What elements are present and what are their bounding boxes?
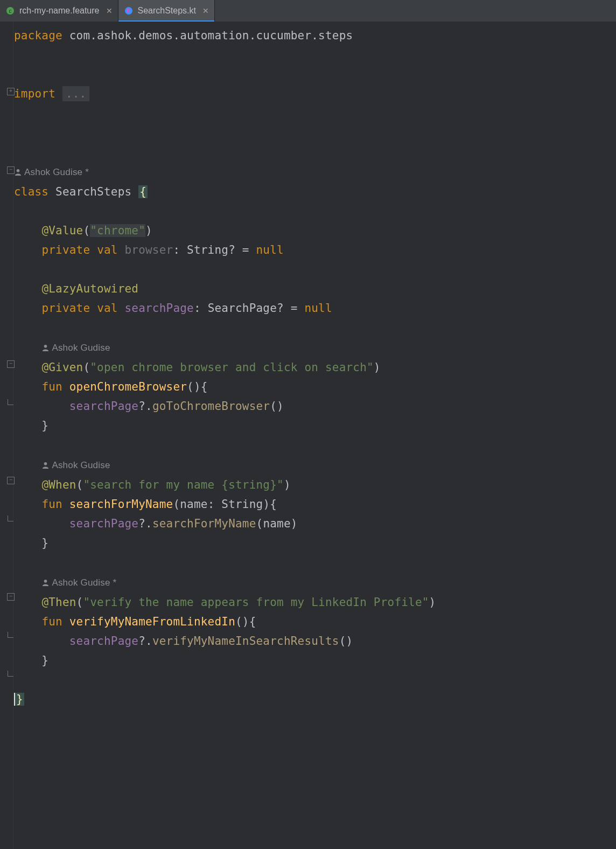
method-verifymynameinsearchresults: verifyMyNameInSearchResults — [152, 635, 339, 648]
keyword-import: import — [14, 87, 55, 100]
annotation-then: @Then — [41, 596, 76, 609]
arg-name: name — [263, 517, 290, 530]
string-literal: "search for my name {string}" — [83, 478, 283, 491]
svg-point-6 — [44, 580, 47, 583]
tab-label: rch-my-name.feature — [19, 6, 100, 16]
folded-imports[interactable]: ... — [62, 86, 90, 101]
fold-icon[interactable] — [7, 166, 15, 174]
keyword-fun: fun — [41, 615, 62, 628]
svg-text:c: c — [9, 8, 12, 14]
fold-end-icon — [8, 516, 13, 521]
method-searchformyname: searchForMyName — [152, 517, 256, 530]
keyword-class: class — [14, 185, 48, 198]
string-literal: "chrome" — [90, 224, 145, 237]
close-icon[interactable]: ✕ — [202, 6, 209, 15]
param-name: name — [180, 498, 207, 511]
brace-highlight: { — [138, 185, 148, 198]
ref-searchpage: searchPage — [69, 400, 138, 413]
type-string: String — [221, 498, 263, 511]
keyword-val: val — [97, 243, 118, 256]
field-searchpage: searchPage — [125, 302, 194, 315]
kotlin-icon — [124, 6, 134, 16]
author-hint: Ashok Gudise * — [14, 167, 89, 177]
field-browser: browser — [125, 243, 173, 256]
function-searchformyname: searchForMyName — [69, 498, 173, 511]
code-area[interactable]: package com.ashok.demos.automation.cucum… — [14, 26, 616, 709]
svg-point-4 — [44, 345, 47, 348]
person-icon — [14, 168, 22, 176]
ref-searchpage: searchPage — [69, 517, 138, 530]
fold-icon[interactable] — [7, 477, 15, 484]
fold-icon[interactable] — [7, 593, 15, 601]
svg-point-3 — [17, 169, 20, 172]
class-name: SearchSteps — [55, 185, 131, 198]
author-hint: Ashok Gudise * — [41, 577, 116, 588]
annotation-value: @Value — [41, 224, 83, 237]
tab-current-file[interactable]: SearchSteps.kt ✕ — [118, 0, 215, 22]
ref-searchpage: searchPage — [69, 635, 138, 648]
brace-highlight: } — [14, 693, 24, 706]
package-name: com.ashok.demos.automation.cucumber.step… — [69, 29, 353, 42]
annotation-when: @When — [41, 478, 76, 491]
svg-point-5 — [44, 462, 47, 465]
tab-feature-file[interactable]: c rch-my-name.feature ✕ — [0, 0, 118, 22]
type-string: String — [187, 243, 228, 256]
person-icon — [41, 579, 50, 587]
fold-icon[interactable] — [7, 88, 15, 95]
fold-end-icon — [8, 399, 13, 405]
author-hint: Ashok Gudise — [41, 460, 110, 470]
string-literal: "open chrome browser and click on search… — [90, 361, 374, 374]
fold-icon[interactable] — [7, 360, 15, 368]
tab-label: SearchSteps.kt — [138, 6, 197, 16]
fold-end-icon — [8, 671, 13, 677]
string-literal: "verify the name appears from my LinkedI… — [83, 596, 429, 609]
editor-tab-bar: c rch-my-name.feature ✕ SearchSteps.kt ✕ — [0, 0, 616, 22]
method-gotochromebrowser: goToChromeBrowser — [152, 400, 270, 413]
function-openchromebrowser: openChromeBrowser — [69, 380, 187, 393]
annotation-lazyautowired: @LazyAutowired — [41, 282, 138, 295]
cucumber-icon: c — [5, 6, 15, 16]
keyword-private: private — [41, 243, 90, 256]
type-searchpage: SearchPage — [208, 302, 277, 315]
annotation-given: @Given — [41, 361, 83, 374]
keyword-null: null — [304, 302, 332, 315]
keyword-fun: fun — [41, 498, 62, 511]
author-hint: Ashok Gudise — [41, 343, 110, 353]
person-icon — [41, 344, 50, 352]
function-verifymynamefromlinkedin: verifyMyNameFromLinkedIn — [69, 615, 235, 628]
code-editor[interactable]: package com.ashok.demos.automation.cucum… — [0, 22, 616, 849]
keyword-package: package — [14, 29, 62, 42]
close-icon[interactable]: ✕ — [106, 6, 113, 15]
person-icon — [41, 461, 50, 469]
keyword-val: val — [97, 302, 118, 315]
editor-gutter — [0, 22, 13, 849]
fold-end-icon — [8, 632, 13, 638]
keyword-null: null — [256, 243, 284, 256]
keyword-private: private — [41, 302, 90, 315]
keyword-fun: fun — [41, 380, 62, 393]
